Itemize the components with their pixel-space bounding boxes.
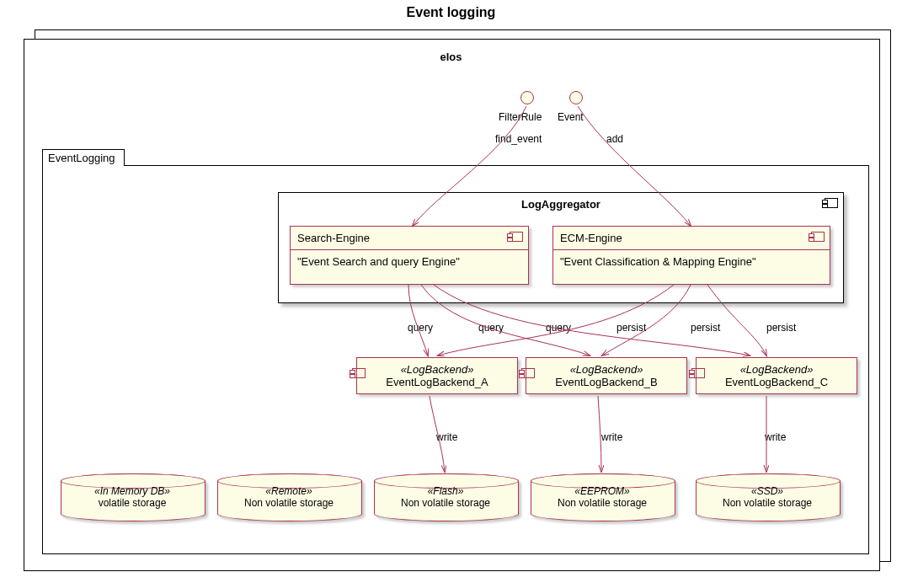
edge-write-a-label: write [436, 431, 457, 443]
component-icon [691, 368, 705, 378]
filterrule-interface-icon [520, 91, 534, 104]
component-icon [811, 232, 825, 242]
db5-label: Non volatile storage [723, 497, 812, 509]
db4-label: Non volatile storage [558, 497, 647, 509]
component-icon [510, 232, 523, 242]
filterrule-label: FilterRule [499, 111, 542, 123]
component-icon [352, 368, 366, 378]
db-remote: «Remote»Non volatile storage [217, 473, 360, 520]
ecm-engine-name: ECM-Engine [553, 227, 830, 250]
db3-stereo: «Flash» [428, 485, 464, 497]
edge-add-label: add [606, 133, 623, 145]
edge-query-a-label: query [408, 322, 433, 334]
search-engine-name: Search-Engine [291, 227, 528, 250]
backend-a-component: «LogBackend» EventLogBackend_A [356, 357, 518, 394]
backend-a-stereo: «LogBackend» [366, 363, 509, 376]
db2-stereo: «Remote» [265, 485, 312, 497]
edge-write-c-label: write [765, 431, 786, 443]
diagram-canvas: Event logging elos EventLogging LogAggre… [0, 0, 902, 588]
edge-persist-c-label: persist [766, 322, 796, 334]
backend-b-name: EventLogBackend_B [535, 376, 678, 388]
db-inmemory: «In Memory DB»volatile storage [61, 473, 204, 520]
edge-persist-a-label: persist [616, 322, 646, 334]
event-label: Event [558, 111, 584, 123]
db-eeprom: «EEPROM»Non volatile storage [531, 473, 674, 520]
event-interface-icon [569, 91, 583, 104]
db-flash: «Flash»Non volatile storage [374, 473, 517, 520]
backend-c-component: «LogBackend» EventLogBackend_C [696, 357, 857, 394]
backend-b-stereo: «LogBackend» [535, 363, 678, 376]
edge-write-b-label: write [601, 431, 622, 443]
search-engine-desc: "Event Search and query Engine" [291, 250, 528, 273]
eventlogging-package-tab: EventLogging [42, 149, 125, 166]
db-ssd: «SSD»Non volatile storage [696, 473, 839, 520]
logaggregator-title: LogAggregator [279, 198, 843, 211]
ecm-engine-component: ECM-Engine "Event Classification & Mappi… [552, 226, 830, 285]
db4-stereo: «EEPROM» [574, 485, 629, 497]
search-engine-component: Search-Engine "Event Search and query En… [290, 226, 529, 285]
db3-label: Non volatile storage [401, 497, 490, 509]
db1-stereo: «In Memory DB» [94, 485, 170, 497]
backend-c-name: EventLogBackend_C [705, 376, 848, 388]
edge-query-c-label: query [546, 322, 571, 334]
edge-query-b-label: query [478, 322, 504, 334]
db1-label: volatile storage [99, 497, 167, 509]
backend-b-component: «LogBackend» EventLogBackend_B [526, 357, 687, 394]
diagram-title: Event logging [0, 5, 902, 20]
backend-a-name: EventLogBackend_A [366, 376, 509, 388]
component-icon [825, 198, 838, 208]
db5-stereo: «SSD» [751, 485, 783, 497]
ecm-engine-desc: "Event Classification & Mapping Engine" [553, 250, 830, 273]
db2-label: Non volatile storage [244, 497, 334, 509]
component-icon [521, 368, 535, 378]
elos-label: elos [0, 51, 902, 63]
backend-c-stereo: «LogBackend» [705, 363, 848, 376]
edge-find-event-label: find_event [495, 133, 542, 145]
edge-persist-b-label: persist [691, 322, 720, 334]
